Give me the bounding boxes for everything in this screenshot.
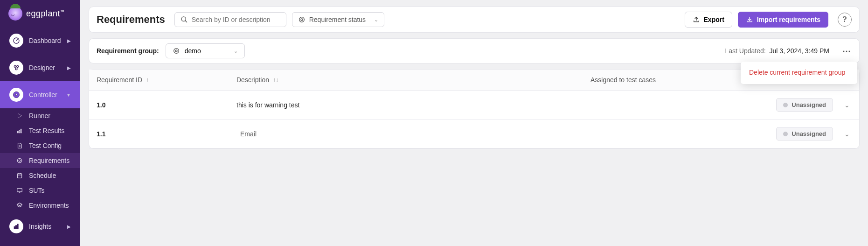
target-icon: [298, 16, 306, 23]
svg-point-1: [14, 65, 16, 67]
sort-asc-icon: ↑: [146, 77, 149, 83]
expand-row-button[interactable]: ⌄: [842, 130, 852, 138]
brand-logo[interactable]: ◡ eggplant™: [0, 0, 80, 27]
delete-group-item[interactable]: Delete current requirement group: [749, 68, 849, 77]
svg-point-15: [181, 17, 186, 21]
main-content: Requirements Requirement status ⌄ Export…: [80, 0, 868, 246]
nav-test-config[interactable]: Test Config: [0, 138, 80, 153]
file-icon: [16, 142, 23, 149]
svg-point-3: [15, 68, 17, 70]
status-filter[interactable]: Requirement status ⌄: [292, 12, 384, 27]
target-icon: [16, 157, 23, 164]
import-button[interactable]: Import requirements: [738, 12, 828, 28]
status-text: Unassigned: [792, 130, 826, 137]
svg-point-9: [19, 160, 21, 162]
sort-icon: ↑↓: [273, 77, 278, 83]
req-desc: this is for warning test: [236, 101, 299, 109]
chevron-right-icon: ▶: [67, 224, 71, 229]
svg-rect-6: [19, 130, 20, 133]
chevron-down-icon: ⌄: [234, 48, 238, 54]
group-label: Requirement group:: [97, 47, 159, 55]
svg-point-18: [174, 49, 179, 54]
nav-schedule[interactable]: Schedule: [0, 168, 80, 183]
svg-rect-13: [16, 225, 17, 229]
nav-label: Environments: [29, 202, 69, 209]
req-desc: Email: [240, 130, 257, 138]
nav-label: Test Results: [29, 127, 64, 134]
req-id: 1.1: [97, 130, 105, 138]
insights-icon: [9, 219, 23, 233]
expand-row-button[interactable]: ⌄: [842, 101, 852, 109]
target-icon: [173, 47, 180, 55]
svg-point-19: [175, 50, 177, 52]
page-title: Requirements: [97, 14, 165, 26]
nav-dashboard[interactable]: Dashboard ▶: [0, 27, 80, 54]
search-input[interactable]: [192, 16, 280, 23]
export-label: Export: [704, 16, 724, 23]
search-input-wrap[interactable]: [174, 12, 286, 27]
upload-icon: [693, 16, 700, 23]
svg-rect-14: [17, 224, 18, 228]
search-icon: [181, 16, 188, 23]
nav-test-results[interactable]: Test Results: [0, 123, 80, 138]
layers-icon: [16, 202, 23, 209]
svg-point-16: [299, 17, 304, 22]
svg-rect-11: [17, 189, 22, 192]
nav-label: Test Config: [29, 142, 62, 149]
more-menu-button[interactable]: ⋯: [842, 46, 852, 56]
req-id: 1.0: [97, 101, 105, 109]
group-selected: demo: [185, 47, 201, 55]
column-header-assigned[interactable]: Assigned to test cases: [590, 76, 749, 84]
svg-point-8: [17, 158, 21, 162]
play-icon: [16, 112, 23, 119]
nav-label: Schedule: [29, 172, 56, 179]
chevron-right-icon: ▶: [67, 38, 71, 43]
group-panel: Requirement group: demo ⌄ Last Updated: …: [89, 38, 860, 63]
help-button[interactable]: ?: [838, 13, 852, 27]
export-button[interactable]: Export: [685, 12, 732, 28]
svg-rect-10: [17, 174, 21, 178]
table-row[interactable]: 1.0 this is for warning test Unassigned …: [89, 91, 859, 119]
import-label: Import requirements: [757, 16, 820, 23]
nav-controller[interactable]: Controller ▼: [0, 81, 80, 108]
chevron-down-icon: ⌄: [374, 17, 378, 23]
svg-point-2: [17, 65, 19, 67]
brand-name: eggplant™: [26, 9, 65, 19]
status-dot-icon: [783, 103, 788, 107]
nav-label: Requirements: [29, 157, 69, 164]
status-text: Unassigned: [792, 101, 826, 108]
table-row[interactable]: 1.1 Email Unassigned ⌄: [89, 119, 859, 148]
last-updated: Last Updated: Jul 3, 2024, 3:49 PM: [725, 47, 829, 55]
designer-icon: [9, 61, 23, 75]
chevron-down-icon: ▼: [66, 92, 71, 98]
chevron-right-icon: ▶: [67, 65, 71, 70]
svg-rect-12: [14, 227, 15, 229]
status-chip[interactable]: Unassigned: [776, 127, 833, 141]
last-updated-value: Jul 3, 2024, 3:49 PM: [770, 47, 829, 55]
eggplant-icon: ◡: [8, 7, 22, 21]
svg-rect-7: [21, 129, 21, 133]
nav-insights[interactable]: Insights ▶: [0, 213, 80, 240]
nav-suts[interactable]: SUTs: [0, 183, 80, 198]
nav-runner[interactable]: Runner: [0, 108, 80, 123]
nav-label: Dashboard: [29, 37, 61, 44]
nav-requirements[interactable]: Requirements: [0, 153, 80, 168]
column-header-id[interactable]: Requirement ID ↑: [97, 76, 236, 84]
nav-label: Controller: [29, 91, 57, 98]
dashboard-icon: [9, 34, 23, 48]
last-updated-label: Last Updated:: [725, 47, 766, 55]
status-filter-label: Requirement status: [309, 16, 366, 23]
nav-label: Insights: [29, 223, 51, 230]
controller-icon: [9, 88, 23, 102]
svg-rect-5: [17, 131, 18, 133]
status-dot-icon: [783, 132, 788, 136]
more-menu-dropdown: Delete current requirement group: [741, 62, 857, 84]
nav-designer[interactable]: Designer ▶: [0, 54, 80, 81]
header-panel: Requirements Requirement status ⌄ Export…: [89, 7, 860, 33]
column-header-desc[interactable]: Description ↑↓: [236, 76, 590, 84]
nav-environments[interactable]: Environments: [0, 198, 80, 213]
svg-point-17: [301, 19, 303, 21]
status-chip[interactable]: Unassigned: [776, 98, 833, 112]
group-select[interactable]: demo ⌄: [166, 43, 245, 58]
calendar-icon: [16, 172, 23, 179]
